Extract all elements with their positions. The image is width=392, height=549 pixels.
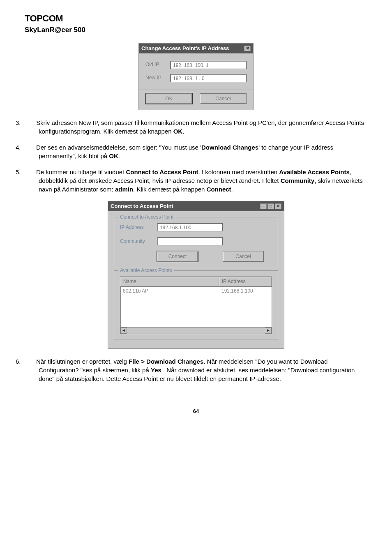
dialog2-titlebar: Connect to Access Point – □ ✕: [108, 201, 284, 211]
step-4: 4.Der ses en advarselsmeddelelse, som si…: [33, 143, 367, 160]
dialog-connect-ap: Connect to Access Point – □ ✕ Connect to…: [108, 201, 284, 349]
brand-block: TOPCOM SkyLanR@cer 500: [25, 12, 367, 35]
maximize-icon[interactable]: □: [267, 203, 274, 209]
cancel-button[interactable]: Cancel: [200, 93, 247, 104]
new-ip-label: New IP: [145, 74, 170, 81]
new-ip-input[interactable]: 192. 168. 1 . 0: [170, 74, 247, 82]
close-icon[interactable]: ✕: [275, 203, 281, 209]
brand-sub: SkyLanR@cer 500: [25, 25, 367, 35]
dialog-change-ip: Change Access Point's IP Address ✕ Old I…: [138, 43, 254, 110]
ip-address-input[interactable]: 192.168.1.100: [157, 223, 223, 231]
step-6: 6.Når tilslutningen er oprettet, vælg Fi…: [33, 357, 367, 383]
scroll-right-icon[interactable]: ►: [265, 328, 272, 334]
community-input[interactable]: [157, 237, 223, 245]
col-name[interactable]: Name: [120, 277, 219, 286]
group-available-legend: Available Access Points: [118, 267, 174, 274]
old-ip-label: Old IP: [145, 61, 170, 68]
old-ip-input[interactable]: 192. 168. 100. 1: [170, 61, 247, 69]
dialog1-title: Change Access Point's IP Address: [141, 45, 229, 52]
step-5: 5.De kommer nu tilbage til vinduet Conne…: [33, 168, 367, 194]
step-3: 3.Skriv adressen New IP, som passer til …: [33, 118, 367, 136]
connect-button[interactable]: Connect: [157, 251, 198, 262]
group-connect-legend: Connect to Access Point: [118, 214, 175, 221]
dialog1-titlebar: Change Access Point's IP Address ✕: [139, 44, 253, 53]
row-name: 802.11b AP: [120, 287, 219, 295]
group-available: Available Access Points Name IP Address …: [114, 270, 278, 339]
dialog2-title: Connect to Access Point: [111, 203, 173, 210]
cancel-button[interactable]: Cancel: [223, 251, 264, 262]
step-3-num: 3.: [27, 118, 36, 127]
brand-top: TOPCOM: [25, 12, 367, 25]
step-4-num: 4.: [27, 143, 36, 152]
col-ip[interactable]: IP Address: [219, 277, 272, 286]
group-connect: Connect to Access Point IP Address 192.1…: [114, 217, 278, 267]
scroll-left-icon[interactable]: ◄: [120, 328, 127, 334]
close-icon[interactable]: ✕: [244, 46, 251, 51]
ap-list[interactable]: Name IP Address 802.11b AP 192.168.1.100…: [120, 277, 272, 334]
page-number: 64: [25, 408, 367, 415]
community-label: Community: [120, 238, 157, 245]
ip-address-label: IP Address: [120, 224, 157, 231]
step-5-num: 5.: [27, 168, 36, 176]
horizontal-scrollbar[interactable]: ◄ ►: [120, 327, 272, 334]
list-item[interactable]: 802.11b AP 192.168.1.100: [120, 287, 272, 295]
step-6-num: 6.: [27, 357, 36, 366]
list-header: Name IP Address: [120, 277, 272, 287]
row-ip: 192.168.1.100: [219, 287, 272, 295]
minimize-icon[interactable]: –: [260, 203, 267, 209]
ok-button[interactable]: OK: [145, 93, 192, 104]
